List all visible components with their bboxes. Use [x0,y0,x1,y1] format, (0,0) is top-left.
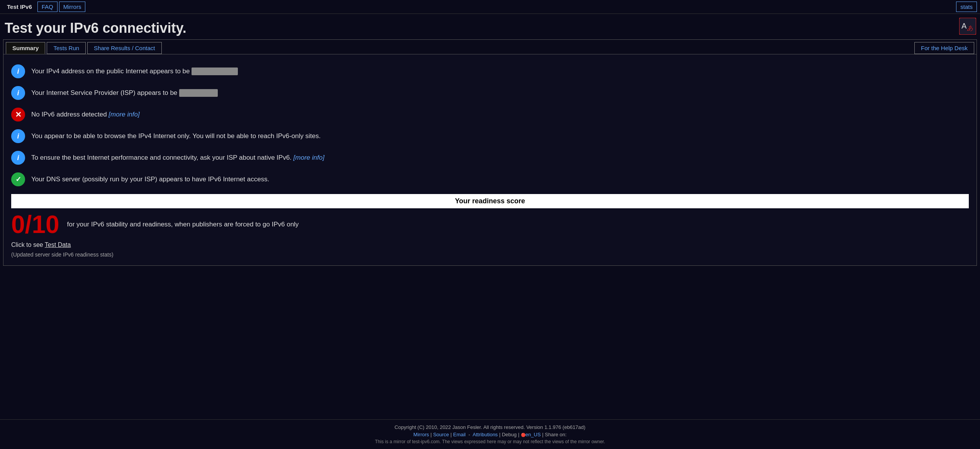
nav-stats-button[interactable]: stats [956,2,977,12]
result-row-ipv4-only: i You appear to be able to browse the IP… [11,125,969,147]
updated-note: (Updated server side IPv6 readiness stat… [11,250,969,258]
footer-links: Mirrors | Source | Email - Attributions … [3,432,977,437]
nav-faq-link[interactable]: FAQ [37,2,58,12]
results-panel: i Your IPv4 address on the public Intern… [3,54,977,266]
footer: Copyright (C) 2010, 2022 Jason Fesler. A… [0,419,980,449]
native-ipv6-more-info-link[interactable]: [more info] [293,154,324,161]
result-text-isp: Your Internet Service Provider (ISP) app… [31,89,969,97]
result-text-ipv4: Your IPv4 address on the public Internet… [31,68,969,76]
footer-copyright: Copyright (C) 2010, 2022 Jason Fesler. A… [3,424,977,430]
redacted-ipv4 [192,68,238,75]
tab-share[interactable]: Share Results / Contact [87,42,161,54]
footer-source-link[interactable]: Source [433,432,449,437]
footer-mirrors-link[interactable]: Mirrors [414,432,429,437]
success-icon-dns: ✓ [11,172,25,186]
tabs-container: Summary Tests Run Share Results / Contac… [3,39,977,54]
page-title-area: Test your IPv6 connectivity. A あ [0,14,980,39]
readiness-bar: Your readiness score [11,194,969,208]
footer-mirror-note: This is a mirror of test-ipv6.com. The v… [3,439,977,444]
footer-debug: Debug [502,432,517,437]
translate-icon[interactable]: A あ [959,18,976,35]
main-content: Summary Tests Run Share Results / Contac… [0,39,980,419]
result-text-ipv4-only: You appear to be able to browse the IPv4… [31,132,969,140]
tab-tests-run[interactable]: Tests Run [47,42,86,54]
result-row-dns: ✓ Your DNS server (possibly run by your … [11,169,969,190]
flag-icon-small: 🔴 [521,433,526,437]
tab-helpdesk[interactable]: For the Help Desk [914,42,974,54]
nav-brand: Test IPv6 [3,2,36,12]
readiness-score: 0/10 [11,212,59,237]
result-text-native: To ensure the best Internet performance … [31,154,969,162]
result-row-ipv4-address: i Your IPv4 address on the public Intern… [11,61,969,82]
readiness-bottom: 0/10 for your IPv6 stability and readine… [11,208,969,237]
top-nav: Test IPv6 FAQ Mirrors stats [0,0,980,14]
readiness-description: for your IPv6 stability and readiness, w… [67,221,299,228]
nav-mirrors-link[interactable]: Mirrors [59,2,86,12]
svg-text:あ: あ [967,25,973,31]
svg-text:A: A [961,22,967,30]
result-text-dns: Your DNS server (possibly run by your IS… [31,176,969,183]
info-icon-ipv4-only: i [11,129,25,143]
page-title: Test your IPv6 connectivity. [5,20,975,36]
result-row-isp: i Your Internet Service Provider (ISP) a… [11,82,969,104]
test-data-link[interactable]: Test Data [45,241,71,248]
tab-summary[interactable]: Summary [6,42,45,54]
redacted-isp [179,89,218,97]
result-row-no-ipv6: ✕ No IPv6 address detected [more info] [11,104,969,125]
footer-email-link[interactable]: Email [453,432,466,437]
result-row-native-ipv6: i To ensure the best Internet performanc… [11,147,969,169]
result-text-no-ipv6: No IPv6 address detected [more info] [31,111,969,118]
info-icon-isp: i [11,86,25,100]
footer-attributions-link[interactable]: Attributions [473,432,498,437]
no-ipv6-more-info-link[interactable]: [more info] [109,111,139,118]
footer-locale-link[interactable]: en_US [526,432,541,437]
info-icon-ipv4: i [11,64,25,78]
error-icon-no-ipv6: ✕ [11,108,25,122]
test-data-row: Click to see Test Data [11,237,969,250]
info-icon-native: i [11,151,25,165]
